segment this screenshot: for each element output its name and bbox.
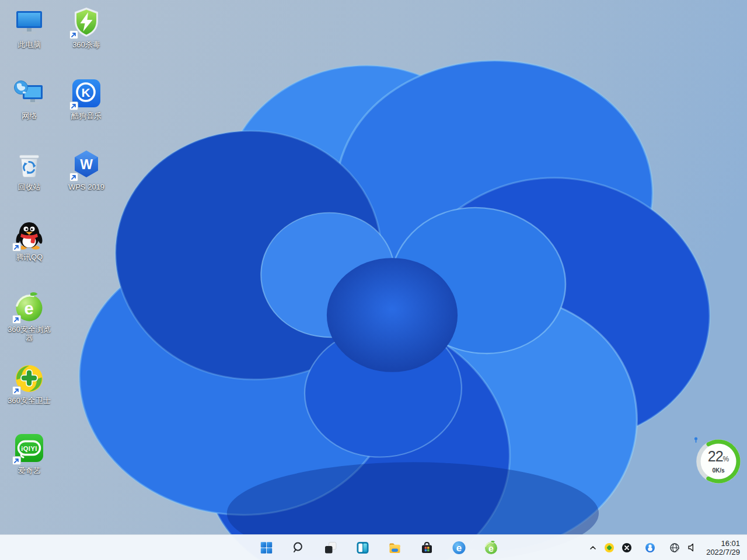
desktop-icon-tencent-qq[interactable]: 腾讯QQ bbox=[4, 218, 55, 261]
tray-360-safeguard[interactable] bbox=[601, 537, 618, 558]
tray-quick-clean[interactable] bbox=[618, 537, 636, 558]
this-pc-icon bbox=[13, 6, 46, 38]
recycle-bin-icon bbox=[13, 148, 46, 181]
microsoft-store-icon bbox=[420, 541, 434, 555]
file-explorer-icon bbox=[388, 541, 402, 555]
desktop-icon-360-antivirus[interactable]: 360杀毒 bbox=[61, 6, 112, 49]
svg-text:e: e bbox=[456, 542, 462, 554]
desktop-icon-360-safeguard[interactable]: 360安全卫士 bbox=[4, 362, 55, 405]
360-safeguard-icon bbox=[13, 362, 46, 394]
shortcut-arrow-icon bbox=[12, 386, 21, 395]
desktop-icon-label: 360杀毒 bbox=[72, 40, 100, 49]
taskbar-clock[interactable]: 16:01 2022/7/29 bbox=[700, 539, 743, 556]
speed-pin-icon bbox=[694, 437, 698, 443]
iqiyi-icon: iQIYI bbox=[13, 432, 46, 464]
start-button[interactable] bbox=[255, 536, 278, 559]
ie-browser-icon: e bbox=[452, 540, 467, 555]
desktop-icon-label: WPS 2019 bbox=[68, 183, 104, 191]
wps-2019-icon: W bbox=[70, 148, 103, 181]
desktop-icon-label: 酷狗音乐 bbox=[71, 111, 102, 120]
tencent-qq-icon bbox=[13, 218, 46, 251]
svg-text:W: W bbox=[80, 157, 93, 172]
tray-network[interactable] bbox=[666, 537, 683, 558]
file-explorer-button[interactable] bbox=[383, 536, 407, 559]
desktop-icon-label: 腾讯QQ bbox=[16, 253, 43, 261]
desktop-icon-label: 此电脑 bbox=[18, 40, 41, 49]
360-browser-taskbar-button[interactable]: e bbox=[480, 536, 503, 559]
close-x-tray-icon bbox=[622, 542, 632, 553]
ie-browser-button[interactable]: e bbox=[448, 536, 471, 559]
shortcut-arrow-icon bbox=[69, 30, 78, 39]
tray-qq[interactable] bbox=[641, 537, 659, 558]
desktop-icon-recycle-bin[interactable]: 回收站 bbox=[4, 148, 55, 191]
qq-tray-icon bbox=[645, 542, 655, 553]
clock-time: 16:01 bbox=[706, 539, 740, 548]
360-speed-ball-widget[interactable]: 22% 0K/s bbox=[694, 437, 743, 486]
desktop-icon-360-browser[interactable]: e 360安全浏览器 bbox=[4, 290, 55, 342]
desktop-icon-label: 网络 bbox=[22, 111, 37, 120]
windows-start-icon bbox=[260, 541, 274, 555]
kugou-music-icon: K bbox=[70, 77, 103, 110]
desktop: 此电脑 360杀毒 bbox=[0, 0, 747, 560]
microsoft-store-button[interactable] bbox=[416, 536, 439, 559]
taskbar: e e bbox=[0, 534, 747, 560]
widgets-icon bbox=[356, 541, 370, 555]
tray-volume[interactable] bbox=[683, 537, 700, 558]
360-antivirus-icon bbox=[70, 6, 103, 38]
svg-text:e: e bbox=[24, 299, 33, 318]
memory-usage-percent: 22% bbox=[708, 449, 729, 467]
desktop-icon-this-pc[interactable]: 此电脑 bbox=[4, 6, 55, 49]
360-safeguard-tray-icon bbox=[604, 542, 615, 553]
desktop-icon-label: 回收站 bbox=[18, 183, 41, 191]
desktop-icon-kugou-music[interactable]: K 酷狗音乐 bbox=[61, 77, 112, 120]
network-speed: 0K/s bbox=[712, 467, 724, 474]
chevron-up-icon bbox=[589, 544, 597, 552]
clock-date: 2022/7/29 bbox=[706, 548, 740, 556]
wallpaper-bloom bbox=[0, 0, 747, 560]
network-icon bbox=[13, 77, 46, 110]
360-browser-icon: e bbox=[13, 290, 46, 323]
speaker-icon bbox=[687, 542, 697, 552]
task-view-icon bbox=[324, 541, 338, 555]
desktop-icon-network[interactable]: 网络 bbox=[4, 77, 55, 120]
tray-expand-button[interactable] bbox=[585, 537, 601, 558]
desktop-icon-label: 360安全卫士 bbox=[8, 396, 51, 405]
search-icon bbox=[292, 541, 306, 555]
desktop-icon-iqiyi[interactable]: iQIYI 爱奇艺 bbox=[4, 432, 55, 475]
shortcut-arrow-icon bbox=[12, 243, 21, 251]
desktop-icon-label: 360安全浏览器 bbox=[4, 325, 54, 342]
taskbar-tray: 16:01 2022/7/29 bbox=[585, 535, 743, 560]
svg-text:K: K bbox=[81, 86, 90, 99]
svg-text:e: e bbox=[488, 543, 494, 553]
task-view-button[interactable] bbox=[319, 536, 343, 559]
search-button[interactable] bbox=[287, 536, 310, 559]
widgets-button[interactable] bbox=[351, 536, 375, 559]
360-browser-icon: e bbox=[484, 540, 499, 555]
taskbar-center-icons: e e bbox=[255, 535, 503, 560]
globe-offline-icon bbox=[669, 542, 680, 553]
shortcut-arrow-icon bbox=[69, 173, 78, 181]
svg-text:iQIYI: iQIYI bbox=[21, 445, 37, 452]
desktop-icon-wps-2019[interactable]: W WPS 2019 bbox=[61, 148, 112, 191]
shortcut-arrow-icon bbox=[12, 456, 21, 465]
desktop-icon-label: 爱奇艺 bbox=[18, 466, 41, 475]
shortcut-arrow-icon bbox=[12, 315, 21, 324]
shortcut-arrow-icon bbox=[69, 102, 78, 110]
